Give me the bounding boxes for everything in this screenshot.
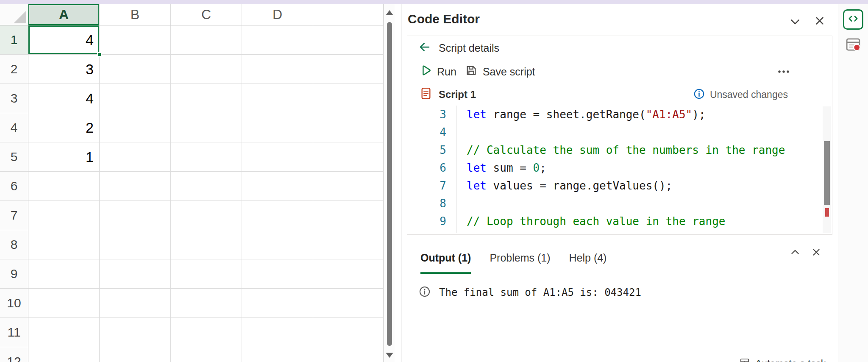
cell-C4[interactable] [171, 113, 242, 142]
cell-B2[interactable] [100, 55, 171, 84]
cell-B12[interactable] [100, 347, 171, 362]
row-header-2[interactable]: 2 [0, 55, 28, 84]
cell-A1[interactable]: 4 [28, 25, 100, 55]
cell-A11[interactable] [28, 318, 100, 347]
cell-D2[interactable] [242, 55, 313, 84]
grid-vertical-scrollbar[interactable] [384, 4, 395, 362]
column-header-C[interactable]: C [171, 4, 242, 25]
more-options-button[interactable] [776, 65, 791, 78]
code-line-6[interactable]: 6let sum = 0; [407, 159, 832, 177]
chevron-up-icon[interactable] [790, 247, 801, 259]
cell-B4[interactable] [100, 113, 171, 142]
cell-C11[interactable] [171, 318, 242, 347]
code-line-7[interactable]: 7let values = range.getValues(); [407, 177, 832, 195]
row-header-11[interactable]: 11 [0, 318, 28, 347]
row-header-6[interactable]: 6 [0, 172, 28, 201]
cell-C7[interactable] [171, 201, 242, 230]
automate-task-button[interactable]: Automate a task [739, 357, 826, 362]
cell-B3[interactable] [100, 84, 171, 113]
cell-empty-6[interactable] [313, 172, 384, 201]
cell-B6[interactable] [100, 172, 171, 201]
cell-B8[interactable] [100, 230, 171, 259]
cell-A3[interactable]: 4 [28, 84, 100, 113]
row-header-10[interactable]: 10 [0, 289, 28, 318]
tab-problems-1[interactable]: Problems (1) [490, 252, 550, 274]
cell-C5[interactable] [171, 142, 242, 172]
code-line-3[interactable]: 3let range = sheet.getRange("A1:A5"); [407, 106, 832, 123]
code-line-4[interactable]: 4 [407, 123, 832, 141]
cell-A7[interactable] [28, 201, 100, 230]
cell-B7[interactable] [100, 201, 171, 230]
cell-C9[interactable] [171, 259, 242, 289]
cell-D8[interactable] [242, 230, 313, 259]
cell-B11[interactable] [100, 318, 171, 347]
column-header-B[interactable]: B [100, 4, 171, 25]
scroll-up-icon[interactable] [386, 10, 393, 15]
cell-empty-3[interactable] [313, 84, 384, 113]
cell-D5[interactable] [242, 142, 313, 172]
cell-D1[interactable] [242, 25, 313, 55]
code-editor-rail-button[interactable] [843, 9, 863, 30]
cell-empty-11[interactable] [313, 318, 384, 347]
row-header-3[interactable]: 3 [0, 84, 28, 113]
cell-B5[interactable] [100, 142, 171, 172]
select-all-corner[interactable] [0, 4, 28, 25]
scroll-down-icon[interactable] [386, 353, 393, 358]
cell-A8[interactable] [28, 230, 100, 259]
cell-C10[interactable] [171, 289, 242, 318]
cell-empty-12[interactable] [313, 347, 384, 362]
cell-empty-7[interactable] [313, 201, 384, 230]
cell-empty-4[interactable] [313, 113, 384, 142]
record-actions-rail-button[interactable] [844, 36, 862, 53]
cell-D7[interactable] [242, 201, 313, 230]
save-script-button[interactable]: Save script [465, 64, 535, 79]
row-header-9[interactable]: 9 [0, 259, 28, 289]
cell-D12[interactable] [242, 347, 313, 362]
cell-empty-10[interactable] [313, 289, 384, 318]
cell-empty-8[interactable] [313, 230, 384, 259]
cell-B10[interactable] [100, 289, 171, 318]
fill-handle[interactable] [97, 52, 102, 57]
row-header-12[interactable]: 12 [0, 347, 28, 362]
cell-empty-2[interactable] [313, 55, 384, 84]
cell-D10[interactable] [242, 289, 313, 318]
cell-C3[interactable] [171, 84, 242, 113]
editor-scrollbar[interactable] [823, 106, 831, 233]
row-header-5[interactable]: 5 [0, 142, 28, 172]
grid-scrollbar-thumb[interactable] [387, 22, 392, 346]
column-header-A[interactable]: A [28, 4, 100, 25]
run-button[interactable]: Run [419, 64, 456, 79]
cell-D3[interactable] [242, 84, 313, 113]
cell-A12[interactable] [28, 347, 100, 362]
row-header-8[interactable]: 8 [0, 230, 28, 259]
cell-A5[interactable]: 1 [28, 142, 100, 172]
tab-output-1[interactable]: Output (1) [420, 252, 471, 274]
cell-D9[interactable] [242, 259, 313, 289]
cell-A10[interactable] [28, 289, 100, 318]
column-header-D[interactable]: D [242, 4, 313, 25]
cell-A6[interactable] [28, 172, 100, 201]
row-header-4[interactable]: 4 [0, 113, 28, 142]
cell-A2[interactable]: 3 [28, 55, 100, 84]
editor-scrollbar-thumb[interactable] [824, 141, 830, 205]
row-header-1[interactable]: 1 [0, 25, 28, 55]
cell-A9[interactable] [28, 259, 100, 289]
cell-B1[interactable] [100, 25, 171, 55]
chevron-down-icon[interactable] [789, 15, 801, 30]
tab-help-4[interactable]: Help (4) [569, 252, 607, 274]
cell-empty-5[interactable] [313, 142, 384, 172]
cell-C8[interactable] [171, 230, 242, 259]
code-line-5[interactable]: 5// Calculate the sum of the numbers in … [407, 141, 832, 159]
cell-C2[interactable] [171, 55, 242, 84]
cell-empty-1[interactable] [313, 25, 384, 55]
code-line-9[interactable]: 9// Loop through each value in the range [407, 212, 832, 230]
row-header-7[interactable]: 7 [0, 201, 28, 230]
code-editor-area[interactable]: 3let range = sheet.getRange("A1:A5");45/… [407, 106, 832, 234]
cell-D4[interactable] [242, 113, 313, 142]
cell-C12[interactable] [171, 347, 242, 362]
cell-A4[interactable]: 2 [28, 113, 100, 142]
cell-B9[interactable] [100, 259, 171, 289]
close-icon[interactable] [813, 14, 826, 29]
code-line-8[interactable]: 8 [407, 195, 832, 212]
output-close-icon[interactable] [811, 247, 822, 259]
